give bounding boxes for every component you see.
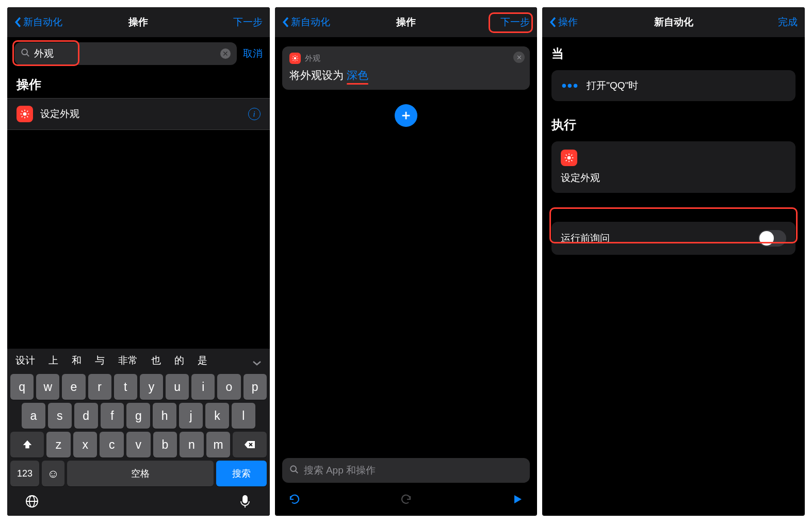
svg-line-40 — [572, 155, 573, 156]
key-v[interactable]: v — [126, 432, 151, 457]
clear-search-icon[interactable]: ✕ — [220, 48, 231, 59]
key-123[interactable]: 123 — [10, 461, 39, 486]
key-d[interactable]: d — [74, 403, 98, 429]
candidate[interactable]: 设计 — [15, 354, 35, 367]
key-l[interactable]: l — [232, 403, 255, 429]
svg-line-7 — [22, 111, 23, 112]
condition-card[interactable]: ••• 打开"QQ"时 — [551, 70, 795, 101]
action-card[interactable]: 设定外观 — [551, 141, 795, 193]
section-header-actions: 操作 — [7, 68, 270, 98]
panel-1-search-actions: 新自动化 操作 下一步 外观 ✕ 取消 操作 设定外观 i 设计 上 和 与 非… — [7, 7, 270, 516]
key-i[interactable]: i — [191, 374, 215, 400]
key-k[interactable]: k — [205, 403, 229, 429]
key-c[interactable]: c — [100, 432, 124, 457]
kb-row-1: q w e r t y u i o p — [7, 372, 270, 401]
candidate[interactable]: 上 — [48, 354, 58, 367]
nav-title: 操作 — [396, 15, 416, 29]
key-a[interactable]: a — [22, 403, 45, 429]
redo-icon — [399, 492, 413, 506]
globe-icon[interactable] — [25, 494, 39, 511]
key-shift[interactable] — [10, 432, 44, 457]
key-q[interactable]: q — [10, 374, 34, 400]
key-h[interactable]: h — [153, 403, 176, 429]
nav-back[interactable]: 新自动化 — [14, 15, 62, 29]
key-w[interactable]: w — [36, 374, 59, 400]
candidate[interactable]: 和 — [72, 354, 82, 367]
result-label: 设定外观 — [40, 107, 241, 121]
nav-bar: 新自动化 操作 下一步 — [7, 7, 270, 37]
key-backspace[interactable] — [233, 432, 266, 457]
ask-before-run-toggle[interactable] — [758, 230, 786, 247]
key-r[interactable]: r — [88, 374, 111, 400]
search-field[interactable]: 外观 ✕ — [14, 42, 237, 65]
highlight-param-underline — [347, 83, 368, 85]
svg-line-38 — [572, 160, 573, 161]
svg-line-23 — [293, 56, 293, 57]
action-card-head: 外观 — [289, 53, 523, 64]
candidate[interactable]: 也 — [151, 354, 161, 367]
sun-icon — [17, 106, 33, 122]
search-icon — [21, 48, 30, 59]
info-icon[interactable]: i — [248, 108, 261, 120]
bottom-search-placeholder: 搜索 App 和操作 — [304, 464, 523, 477]
candidate[interactable]: 的 — [174, 354, 184, 367]
key-u[interactable]: u — [166, 374, 189, 400]
chevron-down-icon[interactable] — [252, 357, 262, 364]
key-e[interactable]: e — [62, 374, 85, 400]
nav-back[interactable]: 操作 — [549, 15, 596, 29]
action-card-label: 设定外观 — [561, 171, 786, 185]
nav-done[interactable]: 完成 — [751, 15, 798, 29]
nav-next[interactable]: 下一步 — [483, 15, 530, 29]
key-o[interactable]: o — [217, 374, 240, 400]
nav-back-label: 新自动化 — [291, 15, 330, 29]
action-param-dark[interactable]: 深色 — [347, 69, 368, 81]
svg-line-24 — [297, 60, 297, 60]
key-search[interactable]: 搜索 — [216, 461, 267, 486]
card-close-icon[interactable]: ✕ — [513, 52, 525, 63]
results-list: 设定外观 i — [7, 98, 270, 130]
nav-next[interactable]: 下一步 — [216, 15, 263, 29]
result-row-set-appearance[interactable]: 设定外观 i — [7, 98, 270, 130]
cancel-search-button[interactable]: 取消 — [243, 47, 263, 60]
key-y[interactable]: y — [140, 374, 163, 400]
candidate[interactable]: 与 — [95, 354, 105, 367]
key-p[interactable]: p — [243, 374, 267, 400]
key-b[interactable]: b — [153, 432, 177, 457]
add-action-button[interactable] — [395, 104, 417, 127]
svg-line-25 — [293, 60, 293, 60]
editor-toolbar — [282, 492, 530, 511]
undo-icon[interactable] — [287, 492, 302, 506]
key-space[interactable]: 空格 — [67, 461, 214, 486]
nav-next-label: 下一步 — [500, 15, 530, 29]
section-header-do: 执行 — [542, 108, 805, 138]
svg-point-2 — [23, 112, 27, 116]
nav-back[interactable]: 新自动化 — [282, 15, 330, 29]
key-t[interactable]: t — [114, 374, 137, 400]
action-card-appearance: 外观 ✕ 将外观设为 深色 — [282, 46, 530, 90]
play-icon[interactable] — [510, 492, 525, 506]
key-x[interactable]: x — [73, 432, 98, 457]
mic-icon[interactable] — [238, 494, 252, 511]
chevron-left-icon — [282, 17, 289, 28]
key-j[interactable]: j — [179, 403, 203, 429]
svg-line-8 — [27, 116, 28, 117]
key-g[interactable]: g — [126, 403, 150, 429]
key-s[interactable]: s — [48, 403, 72, 429]
svg-line-37 — [566, 155, 567, 156]
svg-rect-16 — [243, 496, 247, 503]
key-f[interactable]: f — [101, 403, 124, 429]
nav-bar: 新自动化 操作 下一步 — [275, 7, 538, 37]
key-m[interactable]: m — [206, 432, 231, 457]
candidate[interactable]: 是 — [198, 354, 207, 367]
svg-point-29 — [290, 466, 296, 471]
key-z[interactable]: z — [46, 432, 71, 457]
sun-icon — [561, 150, 577, 166]
search-icon — [289, 465, 299, 476]
action-param-label: 深色 — [347, 69, 368, 81]
candidate[interactable]: 非常 — [118, 354, 138, 367]
condition-label: 打开"QQ"时 — [587, 79, 786, 92]
key-emoji[interactable]: ☺ — [42, 461, 64, 486]
key-n[interactable]: n — [180, 432, 204, 457]
bottom-search-field[interactable]: 搜索 App 和操作 — [282, 458, 530, 483]
ask-before-run-label: 运行前询问 — [561, 232, 758, 245]
